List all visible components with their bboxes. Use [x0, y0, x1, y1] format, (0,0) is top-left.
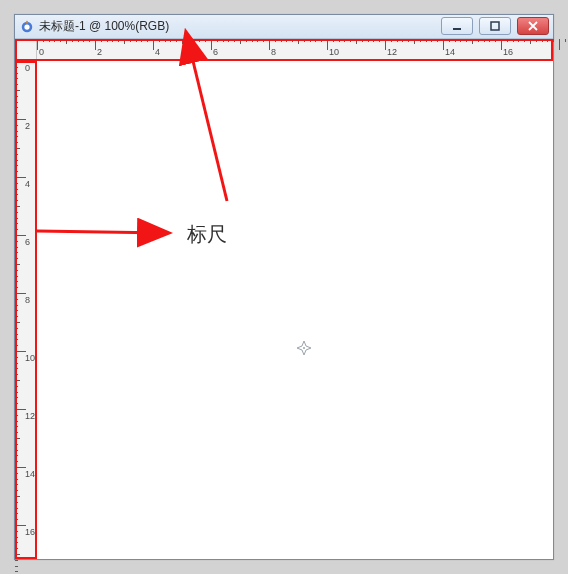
- svg-point-7: [303, 347, 305, 349]
- ruler-v-label: 8: [25, 295, 30, 305]
- ruler-h-label: 4: [155, 47, 160, 57]
- ruler-v-label: 2: [25, 121, 30, 131]
- vertical-ruler[interactable]: 0246810121416: [15, 61, 37, 559]
- canvas[interactable]: 标尺: [37, 61, 553, 559]
- ruler-h-label: 12: [387, 47, 397, 57]
- ruler-h-label: 14: [445, 47, 455, 57]
- titlebar[interactable]: 未标题-1 @ 100%(RGB): [15, 15, 553, 39]
- arrow-to-left-ruler: [27, 211, 187, 251]
- arrow-to-top-ruler: [187, 51, 247, 211]
- work-area: 0246810121416 0246810121416: [15, 39, 553, 559]
- svg-rect-2: [26, 20, 28, 23]
- window-controls: [441, 17, 549, 35]
- ruler-h-label: 0: [39, 47, 44, 57]
- svg-line-6: [37, 231, 167, 233]
- minimize-button[interactable]: [441, 17, 473, 35]
- ruler-h-label: 2: [97, 47, 102, 57]
- svg-rect-4: [491, 22, 499, 30]
- annotation-label: 标尺: [187, 221, 227, 248]
- ruler-v-label: 14: [25, 469, 35, 479]
- close-button[interactable]: [517, 17, 549, 35]
- center-marker-icon: [297, 341, 311, 355]
- app-icon: [19, 19, 35, 35]
- ruler-v-label: 4: [25, 179, 30, 189]
- svg-rect-3: [453, 28, 461, 30]
- maximize-button[interactable]: [479, 17, 511, 35]
- svg-line-5: [192, 57, 227, 201]
- ruler-h-label: 16: [503, 47, 513, 57]
- ruler-v-label: 12: [25, 411, 35, 421]
- svg-point-1: [24, 24, 29, 29]
- document-window: 未标题-1 @ 100%(RGB) 0246810121416 02468101…: [14, 14, 554, 560]
- ruler-h-label: 8: [271, 47, 276, 57]
- ruler-v-label: 10: [25, 353, 35, 363]
- horizontal-ruler[interactable]: 0246810121416: [37, 39, 553, 61]
- ruler-v-label: 16: [25, 527, 35, 537]
- ruler-v-label: 0: [25, 63, 30, 73]
- ruler-h-label: 10: [329, 47, 339, 57]
- ruler-corner[interactable]: [15, 39, 37, 61]
- window-title: 未标题-1 @ 100%(RGB): [39, 18, 169, 35]
